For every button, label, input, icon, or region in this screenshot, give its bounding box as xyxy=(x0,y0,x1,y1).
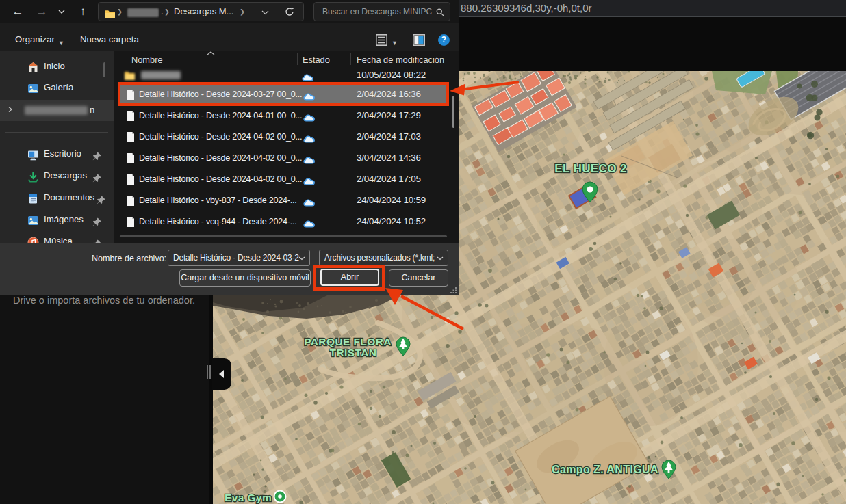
svg-text:Campo Z. ANTIGUA: Campo Z. ANTIGUA xyxy=(552,464,658,475)
svg-text:Eva Gym: Eva Gym xyxy=(225,492,272,503)
svg-text:PARQUE FLORA: PARQUE FLORA xyxy=(304,336,392,347)
svg-text:EL HUECO 2: EL HUECO 2 xyxy=(554,162,627,175)
svg-text:TRISTAN: TRISTAN xyxy=(330,347,377,358)
